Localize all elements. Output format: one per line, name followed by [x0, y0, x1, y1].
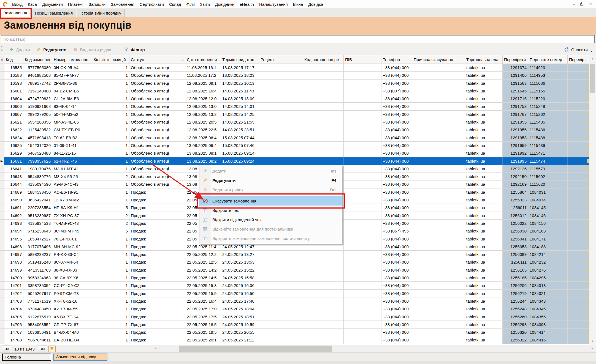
cell-order_number[interactable]: 7X-XH-PC-87	[52, 212, 92, 220]
cell-check3[interactable]	[568, 336, 589, 344]
cell-check3[interactable]	[568, 126, 589, 134]
cell-check1[interactable]: 1291956	[503, 126, 528, 134]
menu-item-залишки[interactable]: Залишки	[89, 2, 106, 7]
cell-created[interactable]: 22.05.2025 18:5	[185, 321, 221, 329]
cell-created[interactable]: 12.08.2025 12:0	[185, 95, 221, 103]
cell-pib[interactable]	[344, 188, 381, 196]
cell-cancel_reason[interactable]	[412, 64, 465, 72]
cell-check1[interactable]: 1291958	[503, 134, 528, 142]
cell-code[interactable]: 16585	[4, 64, 23, 72]
cell-check2[interactable]: 1084276	[528, 266, 568, 274]
add-button[interactable]: + Додати	[9, 47, 30, 52]
cell-check1[interactable]: 1291406	[503, 72, 528, 79]
cell-order_number[interactable]: B4-BX-04-M0	[52, 329, 92, 336]
cell-code[interactable]: 14692	[4, 212, 23, 220]
cell-code[interactable]: 16622	[4, 126, 23, 134]
cell-order_code[interactable]: 4571698418	[23, 134, 52, 142]
cell-order_code[interactable]: 1980170476	[23, 165, 52, 173]
cell-recipe[interactable]	[259, 290, 303, 297]
cell-status[interactable]: Продаж	[129, 258, 185, 266]
cell-redeem_code[interactable]	[303, 126, 344, 134]
cell-positions_count[interactable]: 1	[92, 165, 129, 173]
cell-check3[interactable]	[568, 251, 589, 258]
cell-redeem_code[interactable]	[303, 274, 344, 282]
cell-positions_count[interactable]: 1	[92, 258, 129, 266]
cell-positions_count[interactable]: 1	[92, 157, 129, 165]
cell-code[interactable]: 16629	[4, 149, 23, 157]
cell-created[interactable]: 22.05.2025 15:5	[185, 290, 221, 297]
cell-check2[interactable]: 1084356	[528, 313, 568, 321]
cell-order_number[interactable]: CM-TX-EB-P0	[52, 126, 92, 134]
cell-positions_count[interactable]: 1	[92, 266, 129, 274]
cell-positions_count[interactable]: 1	[92, 313, 129, 321]
cell-pib[interactable]	[344, 196, 381, 204]
cell-platform[interactable]: tabletki.ua	[465, 173, 503, 180]
cell-status[interactable]: Оброблено в аптеці	[129, 134, 185, 142]
row-indicator[interactable]	[0, 188, 4, 196]
cell-created[interactable]: 22.05.2025 17:5	[185, 313, 221, 321]
cell-platform[interactable]: tabletki.ua	[465, 329, 503, 336]
column-header-indicator[interactable]: ≣	[0, 55, 4, 64]
cell-order_code[interactable]: 5867844611	[23, 336, 52, 344]
table-row[interactable]: 16607289227920550-TH-M3-521Оброблено в а…	[0, 111, 589, 118]
row-indicator[interactable]	[0, 297, 4, 305]
cell-status[interactable]: Оброблено в аптеці	[129, 173, 185, 180]
cell-order_code[interactable]: 5777565080	[23, 64, 52, 72]
cell-status[interactable]: Продаж	[129, 266, 185, 274]
toolbar-grip[interactable]	[1, 46, 2, 53]
cell-created[interactable]: 22.05.2025 20:1	[185, 336, 221, 344]
cell-pib[interactable]	[344, 149, 381, 157]
table-row[interactable]: 147013358735052CC-P1-C9-C21Продаж22.05.2…	[0, 282, 589, 289]
cell-status[interactable]: Оброблено в аптеці	[129, 157, 185, 165]
table-row[interactable]: 16629646752848884-11-21-151Оброблено в а…	[0, 149, 589, 157]
cell-cancel_reason[interactable]	[412, 173, 465, 180]
cell-code[interactable]: 14689	[4, 188, 23, 196]
cell-order_code[interactable]: 6716238643	[23, 227, 52, 235]
cell-created[interactable]: 22.05.2025 12:2	[185, 251, 221, 258]
cell-recipe[interactable]	[259, 118, 303, 126]
cell-created[interactable]: 22.05.2025 14:2	[185, 266, 221, 274]
row-indicator[interactable]	[0, 204, 4, 212]
table-row[interactable]: 166044724720832C1-2A-9M-E31Оброблено в а…	[0, 95, 589, 103]
column-header-status[interactable]: Статус△	[129, 55, 185, 64]
menu-item-налаштування[interactable]: Налаштування	[259, 2, 288, 7]
menu-item-довідники[interactable]: Довідники	[215, 2, 234, 7]
cell-check2[interactable]: 1084313	[528, 282, 568, 289]
cell-check2[interactable]: 1084232	[528, 258, 568, 266]
cell-cancel_reason[interactable]	[412, 165, 465, 173]
tab-замовлення[interactable]: Замовлення	[0, 8, 31, 17]
cell-phone[interactable]: +38 (044) 000	[381, 111, 412, 118]
cell-check2[interactable]: 1084171	[528, 235, 568, 243]
cell-pib[interactable]	[344, 165, 381, 173]
cell-status[interactable]: Продаж	[129, 227, 185, 235]
cell-order_number[interactable]: CC-P1-C9-C2	[52, 282, 92, 289]
cell-platform[interactable]: tabletki.ua	[465, 212, 503, 220]
cell-redeem_code[interactable]	[303, 243, 344, 251]
cell-check3[interactable]	[568, 188, 589, 196]
cell-check3[interactable]	[568, 227, 589, 235]
cell-order_code[interactable]: 4413511763	[23, 266, 52, 274]
cell-order_number[interactable]: 2P-B6-75-36	[52, 80, 92, 87]
cell-pib[interactable]	[344, 227, 381, 235]
cell-pib[interactable]	[344, 266, 381, 274]
cell-check2[interactable]: 1115439	[528, 142, 568, 149]
cell-phone[interactable]: +38 (044) 000	[381, 173, 412, 180]
cell-platform[interactable]: tabletki.ua	[465, 72, 503, 79]
cell-platform[interactable]: tabletki.ua	[465, 235, 503, 243]
cell-platform[interactable]: tabletki.ua	[465, 118, 503, 126]
cell-status[interactable]: Оброблено в аптеці	[129, 126, 185, 134]
cell-phone[interactable]: +38 (044) 000	[381, 297, 412, 305]
table-row[interactable]: 16625154231202001-09-X1-411Оброблено в а…	[0, 142, 589, 149]
table-row[interactable]: 147071036956491B4-BX-04-M01Продаж22.05.2…	[0, 329, 589, 336]
cell-platform[interactable]: tabletki.ua	[465, 157, 503, 165]
cell-created[interactable]: 22.05.2025 11:4	[185, 243, 221, 251]
cell-phone[interactable]: +38 (044) 000	[381, 157, 412, 165]
cell-order_number[interactable]: MH-3H-MC-92	[52, 243, 92, 251]
menu-item-склад[interactable]: Склад	[169, 2, 181, 7]
table-row[interactable]: 14699441351176338-X8-4X-831Продаж22.05.2…	[0, 266, 589, 274]
cell-redeem_code[interactable]	[303, 258, 344, 266]
cell-phone[interactable]: +38 (044) 000	[381, 180, 412, 188]
cell-order_code[interactable]: 5898238237	[23, 251, 52, 258]
cell-recipe[interactable]	[259, 321, 303, 329]
cell-redeem_code[interactable]	[303, 305, 344, 313]
